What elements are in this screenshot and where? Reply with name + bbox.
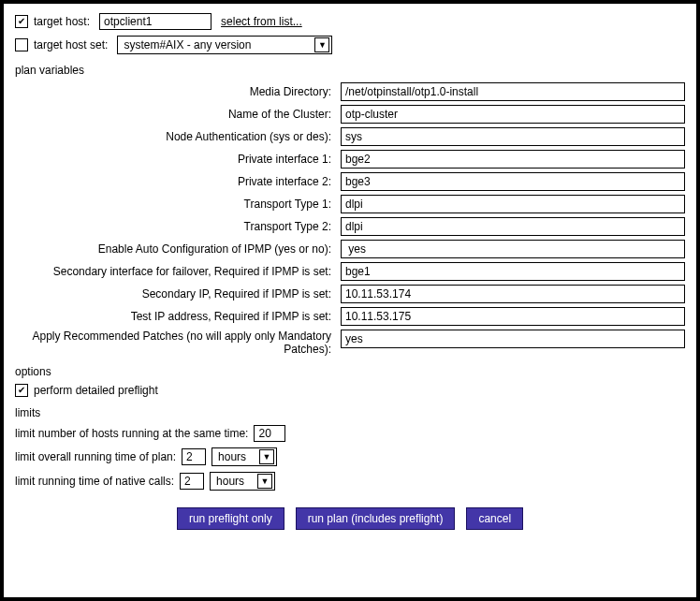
apply-patches-input[interactable]	[341, 330, 685, 348]
target-host-set-label: target host set:	[34, 38, 108, 51]
run-preflight-button[interactable]: run preflight only	[177, 507, 284, 530]
target-host-row: ✔ target host: select from list...	[15, 13, 685, 30]
node-auth-input[interactable]	[341, 127, 685, 146]
var-label: Media Directory:	[15, 82, 337, 101]
test-ip-input[interactable]	[341, 307, 685, 326]
limit-overall-unit-value: hours	[218, 450, 246, 463]
private-interface-2-input[interactable]	[341, 172, 685, 191]
ipmp-auto-config-input[interactable]	[341, 240, 685, 258]
limits-heading: limits	[15, 406, 685, 419]
limit-hosts-row: limit number of hosts running at the sam…	[15, 425, 685, 442]
limit-hosts-label: limit number of hosts running at the sam…	[15, 427, 248, 440]
limit-native-unit-select[interactable]: hours ▼	[210, 472, 275, 491]
limit-native-input[interactable]	[180, 473, 204, 490]
limit-overall-row: limit overall running time of plan: hour…	[15, 447, 685, 466]
limit-hosts-input[interactable]	[254, 425, 285, 442]
limit-native-label: limit running time of native calls:	[15, 475, 174, 488]
var-label: Enable Auto Configuration of IPMP (yes o…	[15, 240, 337, 258]
preflight-option-row: ✔ perform detailed preflight	[15, 384, 685, 397]
var-label: Node Authentication (sys or des):	[15, 127, 337, 146]
transport-type-1-input[interactable]	[341, 195, 685, 213]
check-icon: ✔	[18, 17, 25, 26]
secondary-ip-input[interactable]	[341, 285, 685, 303]
var-label: Transport Type 1:	[15, 195, 337, 213]
target-host-input[interactable]	[99, 13, 211, 30]
target-host-set-checkbox[interactable]	[15, 38, 28, 51]
cluster-name-input[interactable]	[341, 105, 685, 124]
target-host-set-select[interactable]: system#AIX - any version ▼	[117, 36, 332, 54]
var-label: Test IP address, Required if IPMP is set…	[15, 307, 337, 326]
limit-overall-label: limit overall running time of plan:	[15, 450, 176, 463]
target-host-label: target host:	[34, 15, 90, 28]
chevron-down-icon: ▼	[314, 37, 329, 52]
chevron-down-icon: ▼	[259, 449, 274, 464]
var-label: Private interface 1:	[15, 150, 337, 169]
target-host-set-value: system#AIX - any version	[124, 38, 251, 51]
preflight-label: perform detailed preflight	[34, 384, 158, 397]
check-icon: ✔	[18, 386, 25, 395]
limit-overall-input[interactable]	[182, 448, 206, 465]
preflight-checkbox[interactable]: ✔	[15, 384, 28, 397]
limit-native-row: limit running time of native calls: hour…	[15, 472, 685, 491]
limit-native-unit-value: hours	[216, 475, 244, 488]
transport-type-2-input[interactable]	[341, 217, 685, 236]
limit-overall-unit-select[interactable]: hours ▼	[211, 447, 277, 466]
plan-variables-heading: plan variables	[15, 64, 685, 77]
var-label: Private interface 2:	[15, 172, 337, 191]
options-heading: options	[15, 365, 685, 378]
private-interface-1-input[interactable]	[341, 150, 685, 169]
cancel-button[interactable]: cancel	[466, 507, 523, 530]
run-plan-button[interactable]: run plan (includes preflight)	[296, 507, 456, 530]
secondary-interface-input[interactable]	[341, 262, 685, 281]
media-directory-input[interactable]	[341, 82, 685, 101]
var-label: Secondary interface for failover, Requir…	[15, 262, 337, 281]
target-host-set-row: target host set: system#AIX - any versio…	[15, 36, 685, 54]
var-label: Apply Recommended Patches (no will apply…	[15, 330, 337, 356]
chevron-down-icon: ▼	[257, 474, 272, 489]
var-label: Secondary IP, Required if IPMP is set:	[15, 285, 337, 303]
select-from-list-link[interactable]: select from list...	[221, 15, 302, 28]
target-host-checkbox[interactable]: ✔	[15, 15, 28, 28]
plan-variables-grid: Media Directory: Name of the Cluster: No…	[15, 82, 685, 356]
var-label: Transport Type 2:	[15, 217, 337, 236]
plan-run-form: ✔ target host: select from list... targe…	[0, 0, 700, 601]
var-label: Name of the Cluster:	[15, 105, 337, 124]
action-button-row: run preflight only run plan (includes pr…	[15, 507, 685, 530]
